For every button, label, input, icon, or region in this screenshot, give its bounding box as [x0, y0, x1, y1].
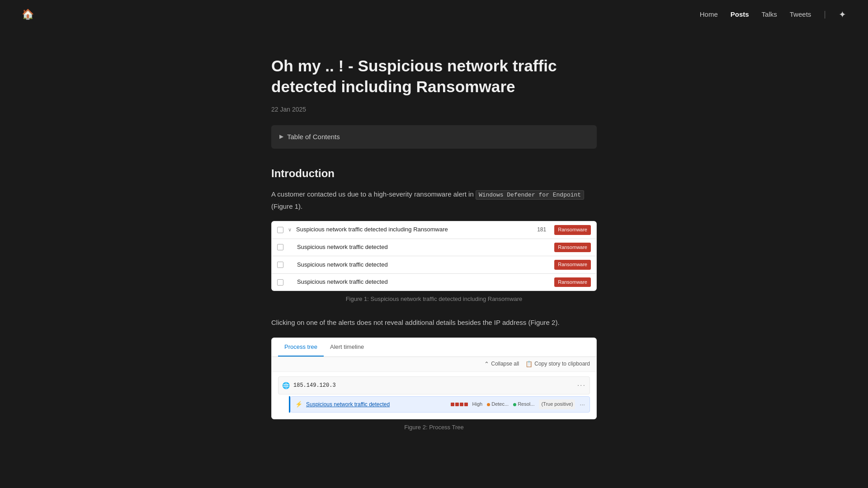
resolved-dot [513, 403, 516, 406]
alert-node-icon: ⚡ [295, 400, 302, 409]
nav-link-talks[interactable]: Talks [762, 9, 777, 20]
alert-node-meta: High Detec... Resol... (True positive) ·… [451, 399, 585, 409]
nav-link-posts[interactable]: Posts [731, 9, 749, 20]
collapse-all-button[interactable]: ⌃ Collapse all [484, 360, 519, 369]
resolved-label: Resol... [518, 400, 534, 408]
collapse-label: Collapse all [491, 360, 519, 368]
copy-label: Copy story to clipboard [534, 360, 590, 368]
severity-label: High [472, 400, 483, 408]
detected-label: Detec... [491, 400, 509, 408]
severity-blocks [451, 403, 468, 406]
process-node-name: 185.149.120.3 [293, 381, 336, 390]
process-parent-node[interactable]: 🌐 185.149.120.3 ··· [278, 376, 590, 394]
intro-text-1-end: (Figure 1). [271, 202, 302, 210]
section-heading-intro: Introduction [271, 165, 597, 182]
home-icon[interactable]: 🏠 [22, 6, 34, 22]
copy-story-button[interactable]: 📋 Copy story to clipboard [525, 360, 590, 369]
row-checkbox[interactable] [277, 244, 283, 250]
alert-child-node[interactable]: ⚡ Suspicious network traffic detected Hi… [290, 396, 590, 413]
network-node-icon: 🌐 [282, 380, 290, 390]
sev-block-3 [460, 403, 463, 406]
figure1-container: ∨ Suspicious network traffic detected in… [271, 221, 597, 291]
figure2-container: Process tree Alert timeline ⌃ Collapse a… [271, 338, 597, 420]
alert-node-more-icon[interactable]: ··· [580, 399, 585, 409]
table-row[interactable]: ∨ Suspicious network traffic detected in… [272, 221, 596, 239]
theme-toggle-icon[interactable]: ✦ [839, 7, 846, 22]
ransomware-badge: Ransomware [554, 277, 591, 287]
copy-icon: 📋 [525, 360, 533, 369]
row-checkbox[interactable] [277, 262, 283, 268]
detected-dot [487, 403, 490, 406]
row-checkbox[interactable] [277, 279, 283, 286]
ransomware-badge: Ransomware [554, 225, 591, 235]
alert-node-label: Suspicious network traffic detected [306, 400, 390, 409]
post-title: Oh my .. ! - Suspicious network traffic … [271, 56, 597, 97]
toc-arrow-icon: ▶ [279, 132, 283, 141]
process-tree-toolbar: ⌃ Collapse all 📋 Copy story to clipboard [272, 357, 596, 372]
true-positive-badge: (True positive) [539, 399, 575, 409]
ransomware-badge: Ransomware [554, 243, 591, 253]
nav-link-tweets[interactable]: Tweets [790, 9, 811, 20]
process-tree-panel: Process tree Alert timeline ⌃ Collapse a… [271, 338, 597, 420]
intro-paragraph-2: Clicking on one of the alerts does not r… [271, 317, 597, 328]
row-checkbox[interactable] [277, 227, 283, 233]
main-content: Oh my .. ! - Suspicious network traffic … [262, 56, 606, 432]
nav-link-home[interactable]: Home [700, 9, 718, 20]
process-tree-body: 🌐 185.149.120.3 ··· ⚡ Suspicious network… [272, 372, 596, 419]
intro-text-1: A customer contacted us due to a high-se… [271, 190, 474, 198]
toc-header: ▶ Table of Contents [279, 131, 589, 142]
collapse-icon: ⌃ [484, 360, 489, 369]
alert-name: Suspicious network traffic detected [297, 243, 550, 252]
post-date: 22 Jan 2025 [271, 104, 597, 114]
tab-alert-timeline[interactable]: Alert timeline [324, 338, 370, 357]
alert-name: Suspicious network traffic detected [297, 277, 550, 287]
sev-block-4 [464, 403, 468, 406]
alert-count: 181 [537, 225, 546, 234]
status-detected: Detec... [487, 400, 509, 408]
node-more-icon[interactable]: ··· [577, 380, 586, 391]
nav-links: Home Posts Talks Tweets | ✦ [700, 7, 846, 22]
alert-name: Suspicious network traffic detected incl… [296, 225, 533, 235]
sev-block-2 [455, 403, 459, 406]
nav-divider: | [824, 8, 826, 21]
tab-process-tree[interactable]: Process tree [278, 338, 324, 357]
table-row[interactable]: Suspicious network traffic detected Rans… [272, 239, 596, 257]
table-row[interactable]: Suspicious network traffic detected Rans… [272, 256, 596, 274]
alert-table: ∨ Suspicious network traffic detected in… [271, 221, 597, 291]
toc-container[interactable]: ▶ Table of Contents [271, 125, 597, 149]
table-row[interactable]: Suspicious network traffic detected Rans… [272, 274, 596, 291]
status-resolved: Resol... [513, 400, 534, 408]
sev-block-1 [451, 403, 454, 406]
code-windows-defender: Windows Defender for Endpoint [476, 190, 584, 200]
intro-paragraph-1: A customer contacted us due to a high-se… [271, 188, 597, 212]
figure1-caption: Figure 1: Suspicious network traffic det… [271, 295, 597, 304]
figure2-caption: Figure 2: Process Tree [271, 423, 597, 432]
ransomware-badge: Ransomware [554, 260, 591, 270]
process-tree-tabs: Process tree Alert timeline [272, 338, 596, 357]
toc-label: Table of Contents [287, 131, 340, 142]
navbar: 🏠 Home Posts Talks Tweets | ✦ [0, 0, 868, 28]
row-expand-icon[interactable]: ∨ [288, 226, 292, 234]
alert-name: Suspicious network traffic detected [297, 260, 550, 270]
